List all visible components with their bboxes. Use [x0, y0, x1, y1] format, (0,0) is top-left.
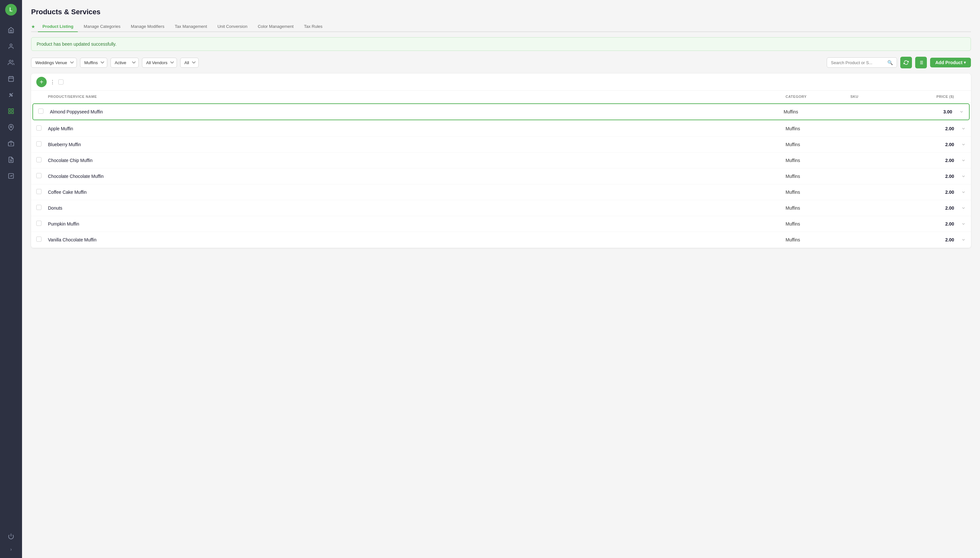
table-row[interactable]: Pumpkin Muffin Muffins 2.00: [31, 216, 971, 232]
row-checkbox-cell[interactable]: [36, 141, 48, 148]
row-expand-icon[interactable]: [954, 158, 966, 162]
table-row[interactable]: Blueberry Muffin Muffins 2.00: [31, 137, 971, 153]
svg-rect-2: [9, 77, 14, 81]
row-checkbox-cell[interactable]: [36, 173, 48, 179]
analytics-icon[interactable]: [4, 169, 18, 183]
location-icon[interactable]: [4, 121, 18, 134]
row-expand-icon[interactable]: [954, 190, 966, 194]
home-icon[interactable]: [4, 23, 18, 37]
power-icon[interactable]: [4, 530, 18, 543]
search-box[interactable]: 🔍: [827, 57, 897, 68]
status-filter[interactable]: Active Inactive All: [110, 58, 139, 68]
row-checkbox-1[interactable]: [36, 125, 41, 131]
row-expand-icon[interactable]: [954, 206, 966, 210]
row-category: Muffins: [786, 205, 850, 211]
star-icon: ★: [31, 24, 35, 29]
tab-tax-rules[interactable]: Tax Rules: [299, 21, 327, 32]
main-content: Products & Services ★ Product Listing Ma…: [22, 0, 980, 558]
user-avatar[interactable]: L: [5, 4, 17, 16]
row-checkbox-2[interactable]: [36, 141, 41, 146]
row-price: 2.00: [909, 142, 954, 147]
products-icon[interactable]: [4, 104, 18, 118]
row-expand-icon[interactable]: [954, 174, 966, 179]
tab-unit-conversion[interactable]: Unit Conversion: [213, 21, 252, 32]
row-expand-icon[interactable]: [954, 142, 966, 147]
table-row[interactable]: Donuts Muffins 2.00: [31, 200, 971, 216]
tab-manage-categories[interactable]: Manage Categories: [79, 21, 125, 32]
tab-color-management[interactable]: Color Management: [253, 21, 298, 32]
vendor-filter[interactable]: All Vendors: [142, 58, 177, 68]
all-filter[interactable]: All: [180, 58, 199, 68]
svg-rect-12: [9, 112, 11, 114]
row-product-name: Apple Muffin: [48, 126, 786, 131]
table-row[interactable]: Chocolate Chip Muffin Muffins 2.00: [31, 153, 971, 169]
tab-product-listing[interactable]: Product Listing: [38, 21, 78, 32]
table-row[interactable]: Almond Poppyseed Muffin Muffins 3.00: [33, 103, 970, 120]
row-category: Muffins: [786, 126, 850, 131]
row-price: 2.00: [909, 126, 954, 131]
table-row[interactable]: Chocolate Chocolate Muffin Muffins 2.00: [31, 169, 971, 184]
success-banner: Product has been updated successfully.: [31, 37, 971, 51]
category-filter[interactable]: Muffins: [80, 58, 107, 68]
header-category: CATEGORY: [786, 95, 850, 98]
svg-rect-10: [11, 109, 14, 111]
reports-icon[interactable]: [4, 153, 18, 167]
row-price: 2.00: [909, 205, 954, 211]
table-row[interactable]: Apple Muffin Muffins 2.00: [31, 121, 971, 137]
row-checkbox-8[interactable]: [36, 236, 41, 242]
table-controls: + ⋮: [31, 74, 971, 91]
row-checkbox-5[interactable]: [36, 189, 41, 194]
filter-row: Weddings Venue Muffins Active Inactive A…: [31, 57, 971, 68]
sidebar-expand-icon[interactable]: ›: [4, 544, 18, 554]
search-input[interactable]: [831, 60, 885, 65]
row-category: Muffins: [786, 158, 850, 163]
calendar-icon[interactable]: [4, 72, 18, 85]
row-checkbox-cell[interactable]: [38, 108, 50, 115]
row-checkbox-cell[interactable]: [36, 157, 48, 164]
row-checkbox-6[interactable]: [36, 205, 41, 210]
tab-tax-management[interactable]: Tax Management: [170, 21, 212, 32]
row-checkbox-cell[interactable]: [36, 189, 48, 195]
row-checkbox-4[interactable]: [36, 173, 41, 178]
products-table: + ⋮ PRODUCT/SERVICE NAME CATEGORY SKU PR…: [31, 74, 971, 248]
sort-filter-button[interactable]: [915, 57, 927, 68]
row-category: Muffins: [784, 109, 849, 114]
svg-point-13: [10, 126, 12, 128]
register-icon[interactable]: [4, 137, 18, 150]
row-checkbox-7[interactable]: [36, 221, 41, 226]
row-product-name: Pumpkin Muffin: [48, 221, 786, 226]
add-row-button[interactable]: +: [36, 77, 47, 87]
discount-icon[interactable]: [4, 88, 18, 102]
row-expand-icon[interactable]: [954, 222, 966, 226]
venue-filter[interactable]: Weddings Venue: [31, 58, 77, 68]
row-checkbox-cell[interactable]: [36, 221, 48, 227]
table-row[interactable]: Coffee Cake Muffin Muffins 2.00: [31, 184, 971, 200]
row-expand-icon[interactable]: [952, 110, 964, 114]
row-product-name: Chocolate Chip Muffin: [48, 158, 786, 163]
team-icon[interactable]: [4, 56, 18, 69]
svg-point-6: [10, 94, 11, 95]
row-checkbox-cell[interactable]: [36, 125, 48, 132]
row-checkbox-0[interactable]: [38, 108, 43, 114]
row-checkbox-cell[interactable]: [36, 205, 48, 211]
row-price: 2.00: [909, 190, 954, 195]
row-checkbox-cell[interactable]: [36, 236, 48, 243]
row-product-name: Chocolate Chocolate Muffin: [48, 174, 786, 179]
table-row[interactable]: Vanilla Chocolate Muffin Muffins 2.00: [31, 232, 971, 248]
row-price: 2.00: [909, 174, 954, 179]
select-all-checkbox[interactable]: [58, 79, 64, 85]
more-options-icon[interactable]: ⋮: [50, 79, 55, 85]
refresh-button[interactable]: [900, 57, 912, 68]
row-category: Muffins: [786, 142, 850, 147]
add-product-chevron: ▾: [964, 60, 966, 65]
row-expand-icon[interactable]: [954, 126, 966, 131]
svg-point-1: [9, 60, 11, 62]
tabs-container: ★ Product Listing Manage Categories Mana…: [31, 21, 971, 32]
row-expand-icon[interactable]: [954, 238, 966, 242]
add-product-button[interactable]: Add Product ▾: [930, 58, 971, 67]
row-checkbox-3[interactable]: [36, 157, 41, 162]
tab-manage-modifiers[interactable]: Manage Modifiers: [126, 21, 169, 32]
row-product-name: Coffee Cake Muffin: [48, 190, 786, 195]
customers-icon[interactable]: [4, 39, 18, 53]
page-title: Products & Services: [31, 8, 971, 16]
